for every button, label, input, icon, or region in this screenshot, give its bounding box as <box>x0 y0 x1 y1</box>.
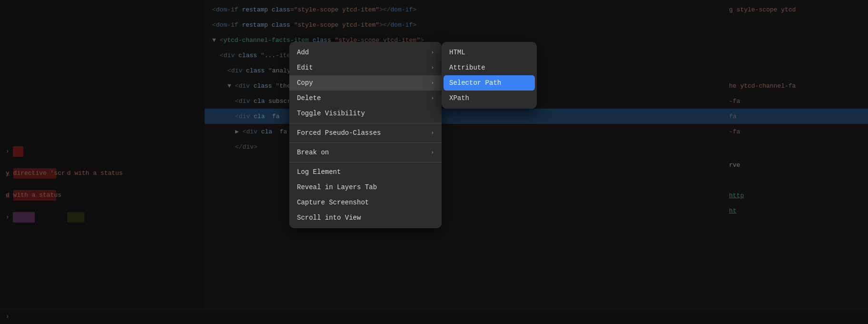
selector-path-label: Selector Path <box>449 79 501 87</box>
edit-label: Edit <box>297 64 313 71</box>
submenu-item-attribute[interactable]: Attribute <box>442 60 537 75</box>
copy-submenu[interactable]: HTML Attribute Selector Path XPath <box>442 42 537 109</box>
right-link-line-1: rve <box>725 157 868 172</box>
menu-item-scroll-into-view[interactable]: Scroll into View <box>289 210 442 225</box>
status-prefix-1: y directive 'scr <box>6 170 65 177</box>
block-row-1: › <box>0 141 205 162</box>
scroll-into-view-label: Scroll into View <box>297 214 361 222</box>
attribute-label: Attribute <box>449 64 485 71</box>
link-1[interactable]: http <box>729 192 744 199</box>
status-suffix-2: d with a status <box>6 192 61 199</box>
forced-pseudo-chevron-icon: › <box>431 130 434 136</box>
menu-item-copy[interactable]: Copy › <box>289 75 442 91</box>
capture-screenshot-label: Capture Screenshot <box>297 199 369 206</box>
left-panel: › ⚠ ⚠ › y directive 'scr d with a statu <box>0 0 205 324</box>
html-label: HTML <box>449 49 465 56</box>
right-link-2: http <box>725 188 868 203</box>
right-line-2 <box>725 17 868 32</box>
submenu-item-html[interactable]: HTML <box>442 45 537 60</box>
right-line-1: g style-scope ytcd <box>725 2 868 17</box>
menu-item-capture-screenshot[interactable]: Capture Screenshot <box>289 195 442 210</box>
log-element-label: Log Element <box>297 168 341 176</box>
add-chevron-icon: › <box>431 50 434 55</box>
status-suffix-1: d with a status <box>67 170 123 177</box>
delete-chevron-icon: › <box>431 95 434 101</box>
right-links-area: rve http ht <box>725 157 868 218</box>
status-area: y directive 'scr d with a status d with … <box>0 162 205 206</box>
menu-item-reveal-layers[interactable]: Reveal in Layers Tab <box>289 180 442 195</box>
status-line-1: y directive 'scr d with a status <box>0 162 205 184</box>
break-on-chevron-icon: › <box>431 150 434 155</box>
xpath-label: XPath <box>449 94 469 102</box>
delete-label: Delete <box>297 94 321 102</box>
menu-item-log-element[interactable]: Log Element <box>289 164 442 180</box>
link-2[interactable]: ht <box>729 207 737 214</box>
right-line-8: fa <box>725 109 868 124</box>
right-link-3: ht <box>725 203 868 218</box>
menu-item-edit[interactable]: Edit › <box>289 60 442 75</box>
right-line-7: -fa <box>725 93 868 109</box>
menu-item-break-on[interactable]: Break on › <box>289 145 442 160</box>
color-block-red-1 <box>13 146 23 157</box>
right-blank <box>725 172 868 188</box>
separator-1 <box>289 123 442 123</box>
copy-chevron-icon: › <box>431 80 434 86</box>
menu-item-delete[interactable]: Delete › <box>289 91 442 106</box>
block-row-4: › <box>0 206 205 228</box>
edit-chevron-icon: › <box>431 65 434 71</box>
context-menu[interactable]: Add › Edit › Copy › Delete › Toggle Visi… <box>289 42 442 228</box>
break-on-label: Break on <box>297 149 329 156</box>
separator-3 <box>289 162 442 162</box>
right-line-9: -fa <box>725 124 868 139</box>
right-line-4 <box>725 48 868 63</box>
right-line-5 <box>725 63 868 78</box>
arrow-1: › <box>6 148 9 155</box>
menu-item-toggle-visibility[interactable]: Toggle Visibility <box>289 106 442 121</box>
bottom-bar: › <box>0 309 868 324</box>
reveal-layers-label: Reveal in Layers Tab <box>297 183 377 191</box>
add-label: Add <box>297 49 309 56</box>
color-block-purple <box>13 212 35 223</box>
menu-item-forced-pseudo[interactable]: Forced Pseudo-Classes › <box>289 125 442 141</box>
submenu-item-selector-path[interactable]: Selector Path <box>444 75 535 91</box>
right-line-3 <box>725 32 868 48</box>
separator-2 <box>289 142 442 143</box>
right-line-6: he ytcd-channel-fa <box>725 78 868 93</box>
status-line-2: d with a status <box>0 184 205 206</box>
copy-label: Copy <box>297 79 313 87</box>
menu-item-add[interactable]: Add › <box>289 45 442 60</box>
submenu-item-xpath[interactable]: XPath <box>442 91 537 106</box>
right-code-area: g style-scope ytcd he ytcd-channel-fa -f… <box>725 2 868 139</box>
color-block-yellow <box>67 212 84 223</box>
forced-pseudo-label: Forced Pseudo-Classes <box>297 129 381 137</box>
bottom-arrow-icon: › <box>6 314 9 320</box>
toggle-visibility-label: Toggle Visibility <box>297 110 365 117</box>
arrow-2: › <box>6 214 9 221</box>
